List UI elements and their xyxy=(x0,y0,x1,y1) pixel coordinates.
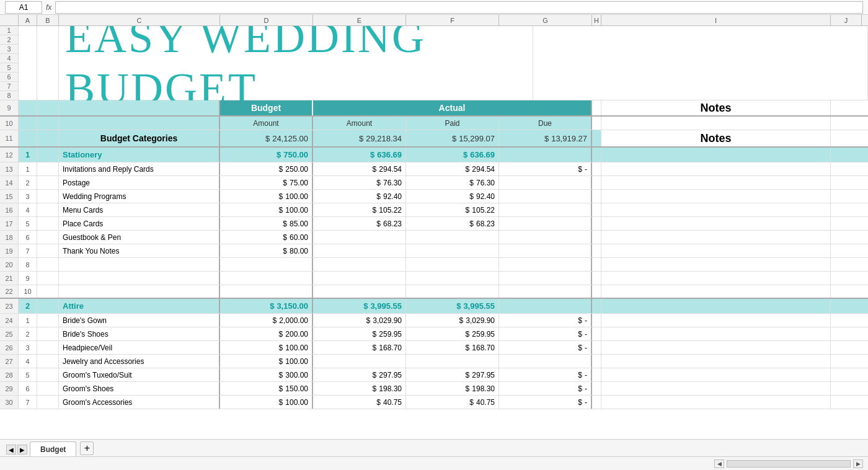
budget-header: Budget xyxy=(220,100,313,115)
row-num-5: 5 xyxy=(0,63,18,73)
tab-scroll-left[interactable]: ◀ xyxy=(6,445,16,454)
actual-header: Actual xyxy=(313,100,592,115)
row-11: 11 Budget Categories $ 24,125.00 $ 29,21… xyxy=(0,130,868,148)
row-22: 22 10 xyxy=(0,285,868,299)
row-27: 27 4 Jewelry and Accessories $100.00 xyxy=(0,355,868,368)
add-tab-button[interactable]: + xyxy=(80,441,94,455)
col-b-header[interactable]: B xyxy=(37,15,59,25)
row-num-7: 7 xyxy=(0,82,18,91)
tab-scroll-right[interactable]: ▶ xyxy=(17,445,27,454)
row-num-12: 12 xyxy=(0,148,19,162)
name-box[interactable] xyxy=(5,1,42,14)
row-26: 26 3 Headpiece/Veil $100.00 $168.70 $168… xyxy=(0,341,868,355)
row-18: 18 6 Guestbook & Pen $60.00 xyxy=(0,231,868,244)
status-bar: ◀ ▶ xyxy=(0,456,868,470)
row-24: 24 1 Bride's Gown $2,000.00 $3,029.90 $3… xyxy=(0,314,868,327)
actual-total-amount: 29,218.34 xyxy=(366,134,402,143)
row-30: 30 7 Groom's Accessories $100.00 $40.75 … xyxy=(0,396,868,409)
col-h-header[interactable]: H xyxy=(592,15,601,25)
row-num-6: 6 xyxy=(0,73,18,82)
col-d-header[interactable]: D xyxy=(220,15,313,25)
row-12-stationery: 12 1 Stationery $ 750.00 $ 636.69 $ 636.… xyxy=(0,148,868,162)
col-c-header[interactable]: C xyxy=(59,15,220,25)
row-28: 28 5 Groom's Tuxedo/Suit $300.00 $297.95… xyxy=(0,368,868,382)
col-g-header[interactable]: G xyxy=(499,15,592,25)
col-i-header[interactable]: I xyxy=(601,15,831,25)
scroll-right-btn[interactable]: ▶ xyxy=(853,459,863,468)
row-num-4: 4 xyxy=(0,54,18,63)
title-rows: 1 2 3 4 5 6 7 8 EASY WEDDING BUDGET xyxy=(0,26,868,100)
column-headers: A B C D E F G H I J xyxy=(0,15,868,26)
corner-cell xyxy=(0,15,19,25)
scroll-track[interactable] xyxy=(727,460,851,468)
tab-bar: ◀ ▶ Budget + xyxy=(0,439,868,456)
fx-label: fx xyxy=(46,3,51,12)
formula-bar: fx xyxy=(0,0,868,15)
col-a-header[interactable]: A xyxy=(19,15,37,25)
row-19: 19 7 Thank You Notes $80.00 xyxy=(0,244,868,258)
row-21: 21 9 xyxy=(0,272,868,285)
row-10: 10 Amount Amount Paid Due xyxy=(0,117,868,130)
row-num-3: 3 xyxy=(0,45,18,54)
row-num-8: 8 xyxy=(0,91,18,100)
row-9: 9 Budget Actual Notes xyxy=(0,100,868,117)
row-num-2: 2 xyxy=(0,35,18,45)
row-num-1: 1 xyxy=(0,26,18,35)
formula-input[interactable] xyxy=(55,1,863,14)
budget-amount-subheader: Amount xyxy=(220,117,313,130)
row-num-10: 10 xyxy=(0,117,19,130)
actual-total-due: 13,919.27 xyxy=(551,134,587,143)
dollar-sign-actual-total: $ xyxy=(359,134,363,143)
row-17: 17 5 Place Cards $85.00 $68.23 $68.23 xyxy=(0,217,868,231)
due-subheader: Due xyxy=(499,117,592,130)
col-j-header[interactable]: J xyxy=(831,15,862,25)
actual-total-paid: 15,299.07 xyxy=(459,134,495,143)
dollar-sign-budget-total: $ xyxy=(265,134,270,143)
actual-amount-subheader: Amount xyxy=(313,117,406,130)
row-25: 25 2 Bride's Shoes $200.00 $259.95 $259.… xyxy=(0,327,868,341)
row-20: 20 8 xyxy=(0,258,868,272)
row-num-11: 11 xyxy=(0,130,19,146)
dollar-sign-actual-paid: $ xyxy=(452,134,456,143)
sheet-body: 1 2 3 4 5 6 7 8 EASY WEDDING BUDGET 9 xyxy=(0,26,868,439)
row-num-9: 9 xyxy=(0,100,19,115)
tab-budget[interactable]: Budget xyxy=(30,441,76,456)
notes-header: Notes xyxy=(601,100,831,115)
budget-total-amount: 24,125.00 xyxy=(272,134,308,143)
paid-subheader: Paid xyxy=(406,117,499,130)
title-cell: EASY WEDDING BUDGET xyxy=(59,26,533,100)
row-15: 15 3 Wedding Programs $100.00 $92.40 $92… xyxy=(0,190,868,203)
budget-categories-label: Budget Categories xyxy=(59,130,220,146)
col-e-header[interactable]: E xyxy=(313,15,406,25)
row-14: 14 2 Postage $75.00 $76.30 $76.30 xyxy=(0,176,868,190)
col-f-header[interactable]: F xyxy=(406,15,499,25)
row-16: 16 4 Menu Cards $100.00 $105.22 $105.22 xyxy=(0,203,868,217)
dollar-sign-actual-due: $ xyxy=(544,134,549,143)
stationery-label: Stationery xyxy=(59,148,220,162)
row-23-attire: 23 2 Attire $3,150.00 $3,995.55 $3,995.5… xyxy=(0,299,868,314)
row-29: 29 6 Groom's Shoes $150.00 $198.30 $198.… xyxy=(0,382,868,396)
row-13: 13 1 Invitations and Reply Cards $250.00… xyxy=(0,162,868,176)
notes-total-cell: Notes xyxy=(601,130,831,146)
scroll-left-btn[interactable]: ◀ xyxy=(714,459,724,468)
